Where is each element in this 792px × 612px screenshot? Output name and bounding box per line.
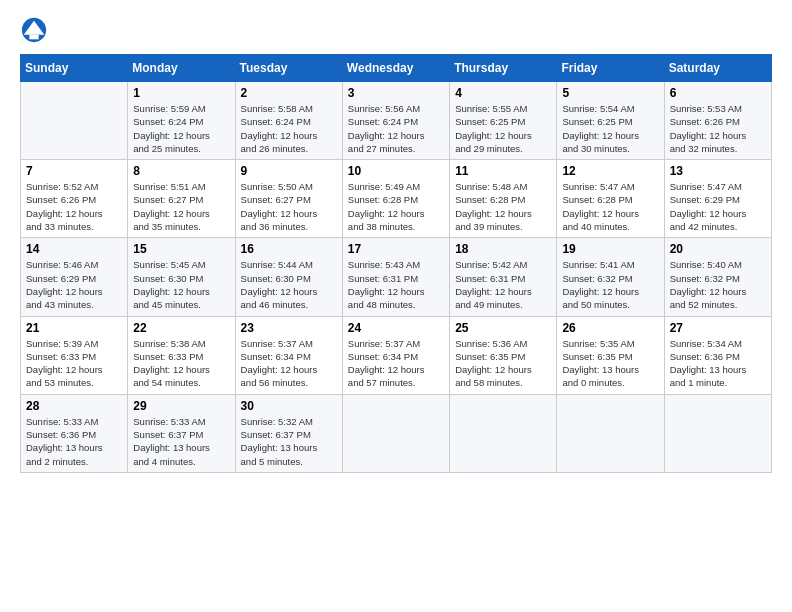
day-number: 15 (133, 242, 229, 256)
weekday-header-row: SundayMondayTuesdayWednesdayThursdayFrid… (21, 55, 772, 82)
svg-rect-2 (29, 35, 38, 40)
day-number: 9 (241, 164, 337, 178)
day-number: 18 (455, 242, 551, 256)
day-info: Sunrise: 5:37 AM Sunset: 6:34 PM Dayligh… (348, 337, 444, 390)
day-info: Sunrise: 5:38 AM Sunset: 6:33 PM Dayligh… (133, 337, 229, 390)
calendar-cell: 18Sunrise: 5:42 AM Sunset: 6:31 PM Dayli… (450, 238, 557, 316)
logo-icon (20, 16, 48, 44)
calendar-cell: 7Sunrise: 5:52 AM Sunset: 6:26 PM Daylig… (21, 160, 128, 238)
calendar-table: SundayMondayTuesdayWednesdayThursdayFrid… (20, 54, 772, 473)
day-info: Sunrise: 5:45 AM Sunset: 6:30 PM Dayligh… (133, 258, 229, 311)
calendar-week-row: 21Sunrise: 5:39 AM Sunset: 6:33 PM Dayli… (21, 316, 772, 394)
calendar-week-row: 14Sunrise: 5:46 AM Sunset: 6:29 PM Dayli… (21, 238, 772, 316)
day-info: Sunrise: 5:37 AM Sunset: 6:34 PM Dayligh… (241, 337, 337, 390)
day-info: Sunrise: 5:47 AM Sunset: 6:29 PM Dayligh… (670, 180, 766, 233)
calendar-cell: 5Sunrise: 5:54 AM Sunset: 6:25 PM Daylig… (557, 82, 664, 160)
day-info: Sunrise: 5:42 AM Sunset: 6:31 PM Dayligh… (455, 258, 551, 311)
day-info: Sunrise: 5:33 AM Sunset: 6:36 PM Dayligh… (26, 415, 122, 468)
calendar-cell: 23Sunrise: 5:37 AM Sunset: 6:34 PM Dayli… (235, 316, 342, 394)
day-info: Sunrise: 5:35 AM Sunset: 6:35 PM Dayligh… (562, 337, 658, 390)
day-info: Sunrise: 5:39 AM Sunset: 6:33 PM Dayligh… (26, 337, 122, 390)
day-number: 17 (348, 242, 444, 256)
calendar-cell: 3Sunrise: 5:56 AM Sunset: 6:24 PM Daylig… (342, 82, 449, 160)
day-number: 16 (241, 242, 337, 256)
calendar-cell: 13Sunrise: 5:47 AM Sunset: 6:29 PM Dayli… (664, 160, 771, 238)
header (20, 16, 772, 44)
day-info: Sunrise: 5:43 AM Sunset: 6:31 PM Dayligh… (348, 258, 444, 311)
day-info: Sunrise: 5:41 AM Sunset: 6:32 PM Dayligh… (562, 258, 658, 311)
day-number: 28 (26, 399, 122, 413)
calendar-cell: 14Sunrise: 5:46 AM Sunset: 6:29 PM Dayli… (21, 238, 128, 316)
weekday-header-wednesday: Wednesday (342, 55, 449, 82)
day-info: Sunrise: 5:40 AM Sunset: 6:32 PM Dayligh… (670, 258, 766, 311)
calendar-cell: 19Sunrise: 5:41 AM Sunset: 6:32 PM Dayli… (557, 238, 664, 316)
day-number: 27 (670, 321, 766, 335)
day-info: Sunrise: 5:55 AM Sunset: 6:25 PM Dayligh… (455, 102, 551, 155)
day-info: Sunrise: 5:32 AM Sunset: 6:37 PM Dayligh… (241, 415, 337, 468)
calendar-cell: 27Sunrise: 5:34 AM Sunset: 6:36 PM Dayli… (664, 316, 771, 394)
calendar-cell: 8Sunrise: 5:51 AM Sunset: 6:27 PM Daylig… (128, 160, 235, 238)
page: SundayMondayTuesdayWednesdayThursdayFrid… (0, 0, 792, 489)
day-number: 23 (241, 321, 337, 335)
calendar-cell: 6Sunrise: 5:53 AM Sunset: 6:26 PM Daylig… (664, 82, 771, 160)
calendar-cell: 11Sunrise: 5:48 AM Sunset: 6:28 PM Dayli… (450, 160, 557, 238)
calendar-cell: 4Sunrise: 5:55 AM Sunset: 6:25 PM Daylig… (450, 82, 557, 160)
calendar-cell (557, 394, 664, 472)
calendar-week-row: 7Sunrise: 5:52 AM Sunset: 6:26 PM Daylig… (21, 160, 772, 238)
day-info: Sunrise: 5:34 AM Sunset: 6:36 PM Dayligh… (670, 337, 766, 390)
calendar-week-row: 28Sunrise: 5:33 AM Sunset: 6:36 PM Dayli… (21, 394, 772, 472)
calendar-cell: 22Sunrise: 5:38 AM Sunset: 6:33 PM Dayli… (128, 316, 235, 394)
day-number: 19 (562, 242, 658, 256)
day-number: 10 (348, 164, 444, 178)
day-number: 2 (241, 86, 337, 100)
day-info: Sunrise: 5:52 AM Sunset: 6:26 PM Dayligh… (26, 180, 122, 233)
calendar-cell: 29Sunrise: 5:33 AM Sunset: 6:37 PM Dayli… (128, 394, 235, 472)
day-info: Sunrise: 5:47 AM Sunset: 6:28 PM Dayligh… (562, 180, 658, 233)
day-number: 25 (455, 321, 551, 335)
day-number: 4 (455, 86, 551, 100)
day-info: Sunrise: 5:58 AM Sunset: 6:24 PM Dayligh… (241, 102, 337, 155)
calendar-cell: 2Sunrise: 5:58 AM Sunset: 6:24 PM Daylig… (235, 82, 342, 160)
calendar-cell (450, 394, 557, 472)
calendar-cell: 10Sunrise: 5:49 AM Sunset: 6:28 PM Dayli… (342, 160, 449, 238)
day-info: Sunrise: 5:59 AM Sunset: 6:24 PM Dayligh… (133, 102, 229, 155)
weekday-header-sunday: Sunday (21, 55, 128, 82)
day-number: 12 (562, 164, 658, 178)
day-number: 20 (670, 242, 766, 256)
day-number: 7 (26, 164, 122, 178)
weekday-header-monday: Monday (128, 55, 235, 82)
day-number: 14 (26, 242, 122, 256)
day-number: 22 (133, 321, 229, 335)
day-info: Sunrise: 5:53 AM Sunset: 6:26 PM Dayligh… (670, 102, 766, 155)
day-number: 3 (348, 86, 444, 100)
calendar-cell: 15Sunrise: 5:45 AM Sunset: 6:30 PM Dayli… (128, 238, 235, 316)
day-number: 24 (348, 321, 444, 335)
day-number: 5 (562, 86, 658, 100)
day-number: 13 (670, 164, 766, 178)
day-number: 30 (241, 399, 337, 413)
calendar-cell (664, 394, 771, 472)
calendar-cell: 30Sunrise: 5:32 AM Sunset: 6:37 PM Dayli… (235, 394, 342, 472)
day-number: 26 (562, 321, 658, 335)
day-number: 1 (133, 86, 229, 100)
day-info: Sunrise: 5:50 AM Sunset: 6:27 PM Dayligh… (241, 180, 337, 233)
day-number: 6 (670, 86, 766, 100)
day-info: Sunrise: 5:49 AM Sunset: 6:28 PM Dayligh… (348, 180, 444, 233)
day-number: 29 (133, 399, 229, 413)
day-number: 21 (26, 321, 122, 335)
day-info: Sunrise: 5:51 AM Sunset: 6:27 PM Dayligh… (133, 180, 229, 233)
calendar-cell: 20Sunrise: 5:40 AM Sunset: 6:32 PM Dayli… (664, 238, 771, 316)
calendar-cell: 1Sunrise: 5:59 AM Sunset: 6:24 PM Daylig… (128, 82, 235, 160)
day-info: Sunrise: 5:33 AM Sunset: 6:37 PM Dayligh… (133, 415, 229, 468)
weekday-header-tuesday: Tuesday (235, 55, 342, 82)
weekday-header-thursday: Thursday (450, 55, 557, 82)
weekday-header-friday: Friday (557, 55, 664, 82)
calendar-cell: 16Sunrise: 5:44 AM Sunset: 6:30 PM Dayli… (235, 238, 342, 316)
calendar-cell (21, 82, 128, 160)
calendar-week-row: 1Sunrise: 5:59 AM Sunset: 6:24 PM Daylig… (21, 82, 772, 160)
day-info: Sunrise: 5:54 AM Sunset: 6:25 PM Dayligh… (562, 102, 658, 155)
calendar-cell: 24Sunrise: 5:37 AM Sunset: 6:34 PM Dayli… (342, 316, 449, 394)
calendar-cell: 25Sunrise: 5:36 AM Sunset: 6:35 PM Dayli… (450, 316, 557, 394)
day-info: Sunrise: 5:44 AM Sunset: 6:30 PM Dayligh… (241, 258, 337, 311)
calendar-cell: 28Sunrise: 5:33 AM Sunset: 6:36 PM Dayli… (21, 394, 128, 472)
